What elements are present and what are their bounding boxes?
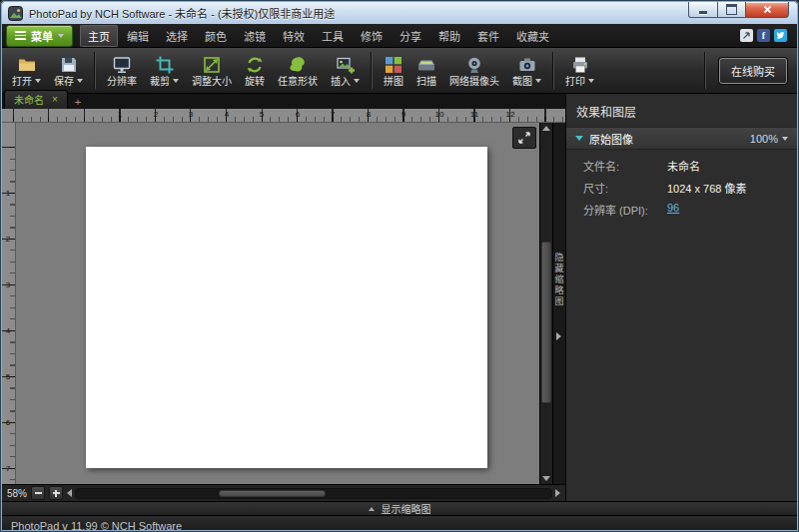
horizontal-scroll-track[interactable]: [75, 488, 552, 499]
ruler-number: 3: [189, 110, 193, 119]
tab-help[interactable]: 帮助: [430, 25, 468, 47]
close-icon: [763, 5, 772, 14]
rotate-button[interactable]: 旋转: [239, 49, 271, 92]
resize-icon: [202, 55, 222, 75]
document-tab[interactable]: 未命名 ×: [4, 90, 68, 109]
tab-favorites[interactable]: 收藏夹: [508, 25, 557, 47]
resolution-icon: [112, 55, 132, 75]
new-tab-button[interactable]: +: [70, 96, 86, 109]
collage-button[interactable]: 拼图: [378, 49, 409, 92]
scan-button[interactable]: 扫描: [410, 49, 442, 92]
crop-icon: [155, 55, 175, 75]
vertical-scroll-thumb[interactable]: [541, 242, 551, 402]
scroll-left-icon[interactable]: [67, 489, 72, 497]
canvas-page[interactable]: [86, 147, 487, 468]
resolution-button[interactable]: 分辨率: [101, 49, 143, 92]
close-button[interactable]: [745, 2, 789, 18]
toolbar-spacer: [601, 49, 699, 92]
webcam-button[interactable]: 网络摄像头: [443, 49, 505, 92]
print-button-label: 打印: [565, 76, 585, 87]
print-button[interactable]: 打印: [559, 49, 600, 92]
plus-icon: [53, 490, 60, 497]
chevron-down-icon: [173, 79, 179, 83]
zoom-in-button[interactable]: [49, 486, 63, 500]
social-links: f: [740, 29, 787, 42]
facebook-f: f: [762, 30, 765, 41]
menu-button[interactable]: 菜单: [6, 25, 73, 47]
scroll-right-icon[interactable]: [555, 489, 560, 497]
layer-opacity-dropdown[interactable]: 100%: [750, 133, 788, 145]
vertical-scrollbar[interactable]: [539, 123, 552, 484]
maximize-button[interactable]: [718, 2, 745, 18]
zoom-level[interactable]: 58%: [7, 488, 27, 499]
toolbar-separator: [94, 52, 96, 89]
fullscreen-button[interactable]: [512, 127, 536, 149]
crop-button[interactable]: 裁剪: [144, 49, 185, 92]
scroll-up-icon[interactable]: [542, 126, 550, 131]
insert-button[interactable]: 插入: [325, 49, 366, 92]
tab-effects[interactable]: 特效: [275, 25, 313, 47]
property-value: 1024 x 768 像素: [667, 180, 747, 196]
liquify-icon: [288, 55, 308, 75]
save-button[interactable]: 保存: [48, 49, 89, 92]
tab-home[interactable]: 主页: [80, 25, 118, 47]
ruler-number: 8: [367, 110, 371, 119]
snapshot-button-label: 截图: [512, 76, 532, 87]
minimize-button[interactable]: [688, 2, 718, 18]
horizontal-scrollbar[interactable]: [67, 488, 560, 499]
tab-tools[interactable]: 工具: [314, 25, 352, 47]
resize-button[interactable]: 调整大小: [186, 49, 238, 92]
horizontal-scroll-thumb[interactable]: [219, 490, 326, 497]
ruler-number: 1: [2, 189, 14, 198]
liquify-button[interactable]: 任意形状: [272, 49, 324, 92]
zoom-out-button[interactable]: [31, 486, 45, 500]
original-image-section-header[interactable]: 原始图像 100%: [566, 127, 797, 150]
tab-filter[interactable]: 滤镜: [236, 25, 274, 47]
property-row-dpi: 分辨率 (DPI): 96: [566, 199, 797, 221]
tab-color[interactable]: 颜色: [197, 25, 235, 47]
snapshot-button[interactable]: 截图: [506, 49, 547, 92]
layer-zoom-value: 100%: [750, 133, 778, 145]
vertical-ruler: 1 2 3 4 5 6 7: [2, 123, 16, 484]
rotate-icon: [245, 55, 265, 75]
chevron-down-icon: [77, 79, 83, 83]
statusbar: PhotoPad v 11.99 © NCH Software: [2, 515, 797, 532]
zoombar: 58%: [2, 484, 565, 501]
effects-layers-panel: 效果和图层 原始图像 100% 文件名: 未命名 尺寸: 1024 x 768 …: [565, 94, 797, 501]
resolution-button-label: 分辨率: [107, 76, 137, 87]
twitter-icon[interactable]: [774, 29, 787, 42]
window-title: PhotoPad by NCH Software - 未命名 - (未授权)仅限…: [29, 5, 335, 21]
tab-select[interactable]: 选择: [158, 25, 196, 47]
ruler-number: 9: [401, 110, 405, 119]
chevron-down-icon: [535, 79, 541, 83]
facebook-icon[interactable]: f: [757, 29, 770, 42]
open-button-label: 打开: [12, 76, 32, 87]
chevron-down-icon: [35, 79, 41, 83]
tab-retouch[interactable]: 修饰: [353, 25, 391, 47]
menu-button-label: 菜单: [31, 28, 53, 44]
close-tab-icon[interactable]: ×: [52, 95, 58, 105]
chevron-down-icon: [588, 79, 594, 83]
titlebar[interactable]: PhotoPad by NCH Software - 未命名 - (未授权)仅限…: [2, 2, 797, 24]
toolbar-separator: [371, 52, 373, 89]
share-icon[interactable]: [740, 29, 753, 42]
window-controls: [688, 2, 789, 18]
tab-share[interactable]: 分享: [392, 25, 429, 47]
chevron-down-icon: [58, 34, 64, 38]
hide-thumbnails-strip[interactable]: 隐藏缩略图: [552, 123, 565, 484]
canvas-viewport[interactable]: [16, 123, 539, 484]
save-icon: [59, 55, 79, 75]
ruler-number: 2: [2, 235, 14, 244]
scroll-down-icon[interactable]: [542, 476, 550, 481]
save-button-label: 保存: [54, 76, 74, 87]
property-label: 文件名:: [583, 158, 667, 174]
show-thumbnails-bar[interactable]: 显示缩略图: [2, 501, 797, 515]
dpi-link[interactable]: 96: [667, 202, 679, 218]
open-folder-icon: [17, 55, 37, 75]
buy-online-button[interactable]: 在线购买: [719, 58, 787, 84]
open-button[interactable]: 打开: [6, 49, 47, 92]
tab-suite[interactable]: 套件: [469, 25, 507, 47]
tab-edit[interactable]: 编辑: [119, 25, 157, 47]
hide-thumbnails-label: 隐藏缩略图: [553, 253, 566, 307]
crop-button-label: 裁剪: [150, 76, 170, 87]
